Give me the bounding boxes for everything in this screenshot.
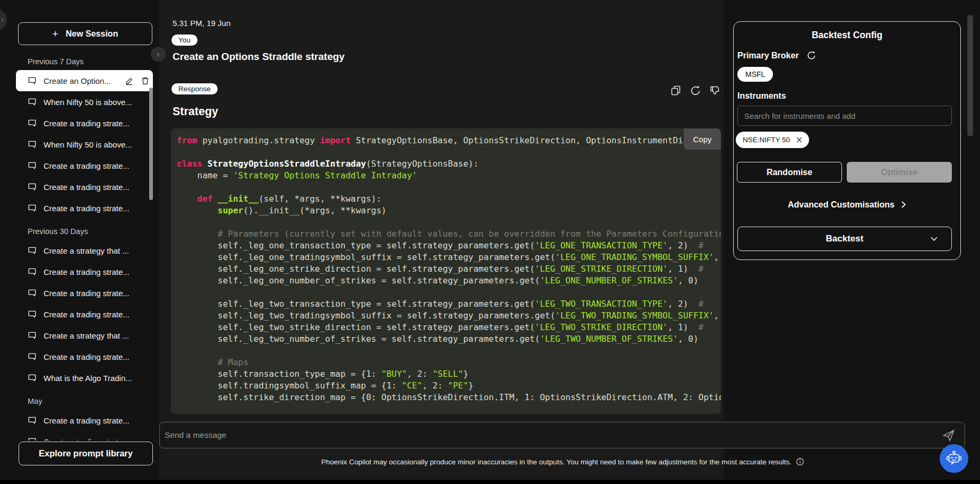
chevron-left-icon: ‹ — [157, 49, 160, 58]
session-item[interactable]: Create a trading strate... — [16, 155, 153, 176]
response-section-title: Strategy — [173, 105, 218, 118]
session-item-label: Create a trading strate... — [44, 204, 130, 213]
session-item-label: Create a strategy that ... — [44, 331, 129, 340]
session-item[interactable]: Create a trading strate... — [16, 304, 153, 325]
session-item-label: What is the Algo Tradin... — [44, 374, 132, 383]
chat-icon — [28, 352, 37, 361]
instrument-search-input[interactable] — [737, 106, 952, 126]
sender-badge: You — [171, 34, 197, 46]
chatbot-fab-button[interactable] — [940, 444, 968, 473]
chat-icon — [28, 119, 37, 128]
session-item[interactable]: Create a strategy that ... — [16, 240, 153, 261]
robot-icon — [945, 450, 963, 468]
disclaimer-text: Phoenix Copilot may occasionally produce… — [321, 458, 792, 466]
session-item-label: Create a trading strate... — [44, 119, 130, 128]
session-item[interactable]: Create an Option... — [16, 70, 153, 91]
broker-tag: MSFL — [737, 67, 773, 82]
plus-icon: + — [53, 28, 58, 40]
window-scrollbar[interactable] — [967, 15, 973, 136]
session-item[interactable]: Create a trading strate... — [16, 410, 153, 431]
advanced-customisations-label: Advanced Customisations — [788, 200, 895, 209]
trash-icon[interactable] — [141, 76, 150, 85]
advanced-customisations-link[interactable]: Advanced Customisations — [734, 200, 960, 210]
session-item[interactable]: Create a trading strate... — [16, 346, 153, 367]
session-item[interactable]: Create a trading strate... — [16, 431, 153, 440]
chat-icon — [28, 437, 37, 441]
session-item-label: Create a strategy that ... — [44, 246, 129, 255]
session-item[interactable]: When Nifty 50 is above... — [16, 134, 153, 155]
session-item[interactable]: Create a trading strate... — [16, 176, 153, 197]
backtest-label: Backtest — [826, 234, 864, 244]
instrument-chip-label: NSE:NIFTY 50 — [743, 136, 790, 144]
instrument-chip-list: NSE:NIFTY 50 — [736, 132, 809, 148]
session-item-label: When Nifty 50 is above... — [44, 98, 132, 107]
history-section-label: Previous 30 Days — [28, 227, 153, 238]
code-copy-button[interactable]: Copy — [684, 128, 721, 150]
new-session-label: New Session — [66, 29, 118, 39]
chat-icon — [28, 161, 37, 170]
session-item-label: Create a trading strate... — [44, 183, 130, 192]
chat-icon — [28, 204, 37, 213]
primary-broker-label: Primary Broker — [737, 51, 799, 60]
session-item-label: Create a trading strate... — [44, 289, 130, 298]
session-item[interactable]: Create a trading strate... — [16, 282, 153, 304]
session-item-label: Create a trading strate... — [44, 267, 130, 276]
session-item[interactable]: When Nifty 50 is above... — [16, 91, 153, 113]
backtest-button[interactable]: Backtest — [737, 227, 952, 251]
session-item[interactable]: What is the Algo Tradin... — [16, 367, 153, 388]
history-section-label: May — [28, 397, 153, 408]
message-composer — [159, 422, 965, 448]
chat-icon — [28, 331, 37, 340]
send-icon[interactable] — [941, 428, 956, 443]
regenerate-icon[interactable] — [690, 85, 701, 97]
window-bottom-strip — [0, 480, 980, 484]
instrument-chip[interactable]: NSE:NIFTY 50 — [736, 132, 809, 148]
session-item-label: Create a trading strate... — [44, 161, 130, 170]
session-item-label: Create a trading strate... — [44, 310, 130, 319]
history-section-label: Previous 7 Days — [28, 57, 153, 68]
phoenix-copilot-app: › + New Session Previous 7 DaysCreate an… — [0, 0, 980, 484]
close-icon[interactable] — [796, 137, 802, 143]
backtest-config-panel: Backtest Config Primary Broker MSFL Inst… — [733, 21, 961, 260]
chat-icon — [28, 140, 37, 149]
chevron-right-icon — [901, 201, 906, 208]
session-item-label: When Nifty 50 is above... — [44, 140, 132, 149]
sidebar-scrollbar[interactable] — [149, 88, 153, 200]
chat-area: 5.31 PM, 19 Jun You Create an Options St… — [159, 0, 724, 484]
chat-icon — [28, 267, 37, 276]
disclaimer: Phoenix Copilot may occasionally produce… — [159, 457, 966, 466]
new-session-button[interactable]: + New Session — [18, 22, 152, 45]
response-actions — [670, 85, 721, 97]
sidebar: + New Session Previous 7 DaysCreate an O… — [0, 0, 159, 484]
sidebar-collapse-button[interactable]: ‹ — [151, 47, 166, 62]
chat-icon — [28, 416, 37, 425]
copy-icon[interactable] — [670, 85, 682, 97]
panel-title: Backtest Config — [734, 30, 960, 41]
thumbs-down-icon[interactable] — [709, 85, 721, 97]
session-item-label: Create an Option... — [44, 76, 111, 85]
optimise-button: Optimise — [847, 162, 952, 183]
session-item[interactable]: Create a trading strate... — [16, 197, 153, 219]
randomise-button[interactable]: Randomise — [737, 162, 842, 183]
response-badge: Response — [171, 83, 218, 94]
chat-icon — [28, 183, 37, 192]
message-input[interactable] — [160, 422, 965, 448]
chat-icon — [28, 374, 37, 383]
explore-prompt-library-button[interactable]: Explore prompt library — [19, 442, 153, 465]
session-item[interactable]: Create a strategy that ... — [16, 325, 153, 346]
refresh-broker-icon[interactable] — [806, 50, 816, 60]
message-timestamp: 5.31 PM, 19 Jun — [173, 19, 230, 28]
code-content: from pyalgotrading.strategy import Strat… — [171, 128, 721, 403]
session-item[interactable]: Create a trading strate... — [16, 113, 153, 134]
chat-icon — [28, 76, 37, 85]
session-item[interactable]: Create a trading strate... — [16, 261, 153, 282]
chevron-down-icon — [931, 237, 938, 241]
session-item-label: Create a trading strate... — [44, 416, 130, 425]
user-message: Create an Options Straddle strategy — [173, 51, 345, 63]
chat-icon — [28, 310, 37, 319]
chevron-right-icon: › — [1, 15, 4, 24]
session-item-label: Create a trading strate... — [44, 352, 130, 361]
info-icon[interactable] — [796, 457, 804, 466]
session-history-list: Previous 7 DaysCreate an Option...When N… — [16, 49, 153, 440]
edit-icon[interactable] — [125, 76, 134, 85]
